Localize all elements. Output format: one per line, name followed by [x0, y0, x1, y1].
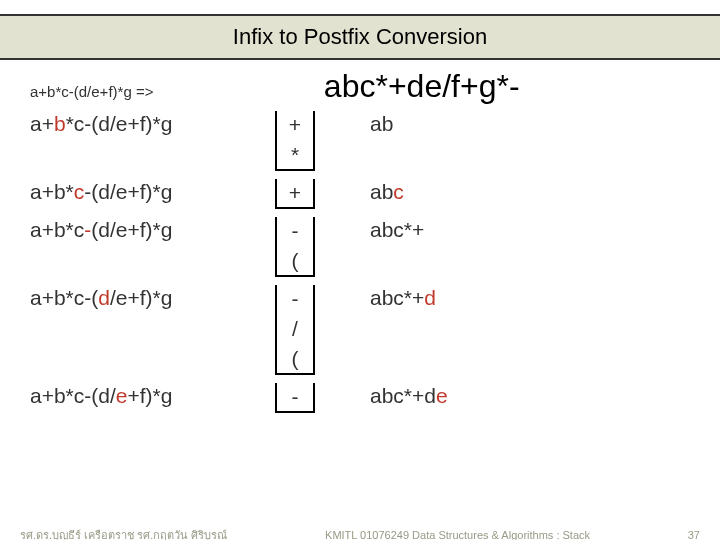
trace-expr: a+b*c-(d/e+f)*g — [30, 285, 260, 311]
trace-output: ab — [330, 111, 393, 137]
trace-row: a+b*c-(d/e+f)*g+*ab — [30, 111, 690, 171]
trace-expr: a+b*c-(d/e+f)*g — [30, 179, 260, 205]
trace-row: a+b*c-(d/e+f)*g-(abc*+ — [30, 217, 690, 277]
trace-stack: +* — [260, 111, 330, 171]
trace-output: abc*+d — [330, 285, 436, 311]
slide-title: Infix to Postfix Conversion — [0, 14, 720, 60]
trace-row: a+b*c-(d/e+f)*g-abc*+de — [30, 383, 690, 413]
footer-course: KMITL 01076249 Data Structures & Algorit… — [227, 529, 687, 540]
footer-page: 37 — [688, 529, 700, 540]
trace-stack: -/( — [260, 285, 330, 375]
trace-expr: a+b*c-(d/e+f)*g — [30, 383, 260, 409]
trace-output: abc — [330, 179, 404, 205]
trace-stack: - — [260, 383, 330, 413]
trace-row: a+b*c-(d/e+f)*g-/(abc*+d — [30, 285, 690, 375]
footer-credits: รศ.ดร.บุญธีร์ เครือตราชู รศ.กฤตวัน ศิริบ… — [20, 526, 227, 540]
trace-table: a+b*c-(d/e+f)*g+*aba+b*c-(d/e+f)*g+abca+… — [0, 105, 720, 421]
trace-output: abc*+ — [330, 217, 424, 243]
trace-expr: a+b*c-(d/e+f)*g — [30, 217, 260, 243]
trace-row: a+b*c-(d/e+f)*g+abc — [30, 179, 690, 209]
trace-output: abc*+de — [330, 383, 448, 409]
trace-expr: a+b*c-(d/e+f)*g — [30, 111, 260, 137]
conversion-prompt: a+b*c-(d/e+f)*g => — [30, 83, 153, 100]
trace-stack: + — [260, 179, 330, 209]
trace-stack: -( — [260, 217, 330, 277]
conversion-result: abc*+de/f+g*- — [153, 68, 690, 105]
